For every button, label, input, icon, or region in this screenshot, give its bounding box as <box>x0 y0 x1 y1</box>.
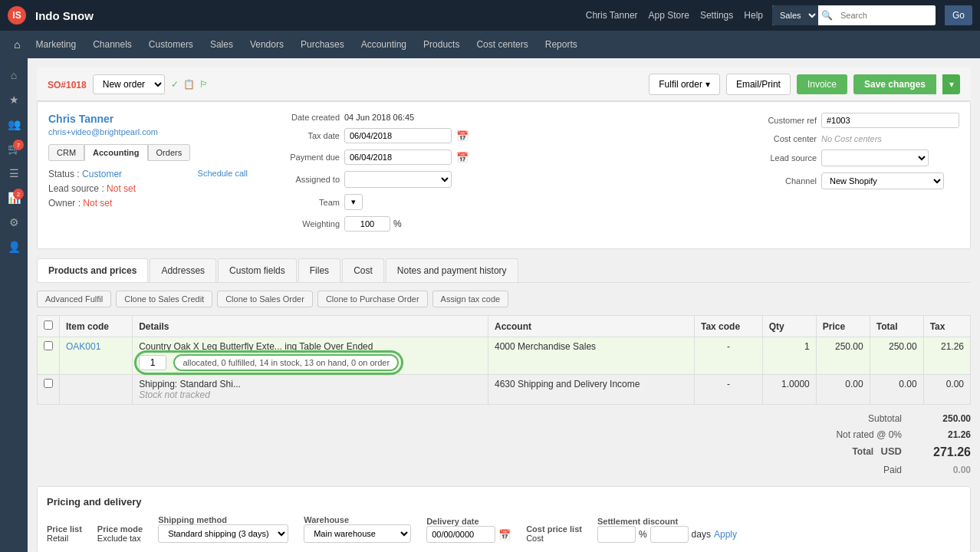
nav-purchases[interactable]: Purchases <box>293 31 352 58</box>
item-code-oak001[interactable]: OAK001 <box>66 341 100 352</box>
customer-status[interactable]: Customer <box>82 169 122 179</box>
app-store-link[interactable]: App Store <box>649 10 689 21</box>
clone-purchase-order-button[interactable]: Clone to Purchase Order <box>317 291 428 307</box>
email-print-button[interactable]: Email/Print <box>726 74 791 95</box>
row2-checkbox[interactable] <box>44 379 53 388</box>
assigned-to-select[interactable] <box>344 171 452 188</box>
clone-sales-order-button[interactable]: Clone to Sales Order <box>217 291 313 307</box>
copy-icon[interactable]: 📋 <box>183 79 195 90</box>
advanced-fulfil-button[interactable]: Advanced Fulfil <box>37 291 111 307</box>
paid-row: Paid 0.00 <box>37 462 971 478</box>
help-link[interactable]: Help <box>744 10 763 21</box>
nav-sales[interactable]: Sales <box>202 31 241 58</box>
apply-link[interactable]: Apply <box>714 529 737 540</box>
schedule-call-link[interactable]: Schedule call <box>198 167 248 181</box>
toolbar: SO#1018 New order ✓ 📋 🏳 Fulfil order ▾ E… <box>37 67 971 101</box>
select-all-checkbox[interactable] <box>44 320 53 330</box>
paid-value: 0.00 <box>917 465 971 475</box>
tab-custom-fields[interactable]: Custom fields <box>218 258 297 282</box>
status-dropdown[interactable]: New order <box>93 74 165 94</box>
cost-center-row: Cost center No Cost centers <box>740 134 959 143</box>
col-item-code: Item code <box>60 316 133 337</box>
delivery-date-input[interactable] <box>426 526 495 543</box>
save-dropdown-button[interactable]: ▾ <box>942 74 960 94</box>
tab-products-prices[interactable]: Products and prices <box>37 258 148 282</box>
row2-code <box>60 375 133 405</box>
tab-cost[interactable]: Cost <box>342 258 384 282</box>
weighting-input[interactable] <box>344 216 390 232</box>
tab-files[interactable]: Files <box>298 258 340 282</box>
flag-icon[interactable]: 🏳 <box>199 79 209 90</box>
sidebar-list[interactable]: ☰ <box>2 163 25 184</box>
tab-accounting[interactable]: Accounting <box>84 144 148 161</box>
price-list-group: Price list Retail <box>47 524 82 543</box>
tab-notes-payment[interactable]: Notes and payment history <box>386 258 518 282</box>
warehouse-group: Warehouse Main warehouse <box>304 515 411 543</box>
customer-ref-input[interactable] <box>821 113 959 128</box>
nav-cost-centers[interactable]: Cost centers <box>469 31 535 58</box>
row2-account: 4630 Shipping and Delivery Income <box>488 375 695 405</box>
tab-crm[interactable]: CRM <box>48 144 84 161</box>
check-icon: ✓ <box>171 79 179 90</box>
sidebar-home[interactable]: ⌂ <box>2 64 25 86</box>
date-created-value: 04 Jun 2018 06:45 <box>344 113 414 122</box>
search-area: Sales 🔍 <box>772 5 936 25</box>
days-label: days <box>692 529 711 540</box>
app-name: Indo Snow <box>35 9 94 22</box>
assign-tax-code-button[interactable]: Assign tax code <box>432 291 509 307</box>
sidebar-chart[interactable]: 📊2 <box>2 187 25 209</box>
row1-checkbox[interactable] <box>44 341 53 350</box>
lead-source-select[interactable] <box>821 150 929 166</box>
nav-products[interactable]: Products <box>416 31 467 58</box>
nav-customers[interactable]: Customers <box>141 31 201 58</box>
nav-marketing[interactable]: Marketing <box>28 31 84 58</box>
sidebar-star[interactable]: ★ <box>2 89 25 110</box>
payment-due-input[interactable] <box>344 150 452 165</box>
shipping-method-select[interactable]: Standard shipping (3 days) <box>158 524 288 543</box>
sidebar-cart[interactable]: 🛒7 <box>2 138 25 159</box>
row1-total: 250.00 <box>870 337 923 375</box>
total-currency: USD <box>881 445 902 457</box>
save-changes-button[interactable]: Save changes <box>853 74 936 94</box>
nav-reports[interactable]: Reports <box>538 31 585 58</box>
subtotal-row: Subtotal 250.00 <box>37 411 971 427</box>
tax-date-row: Tax date 📅 <box>263 128 725 143</box>
lead-source-label: Lead source <box>740 153 817 163</box>
nav-home[interactable]: ⌂ <box>8 38 26 51</box>
delivery-calendar-icon[interactable]: 📅 <box>498 529 511 540</box>
qty-popup-area: allocated, 0 fulfilled, 14 in stock, 13 … <box>139 355 482 370</box>
customer-ref-label: Customer ref <box>740 116 817 125</box>
customer-name[interactable]: Chris Tanner <box>48 113 248 125</box>
tab-orders[interactable]: Orders <box>148 144 191 161</box>
invoice-button[interactable]: Invoice <box>797 74 847 94</box>
clone-sales-credit-button[interactable]: Clone to Sales Credit <box>116 291 212 307</box>
settings-link[interactable]: Settings <box>700 10 733 21</box>
go-button[interactable]: Go <box>945 5 972 25</box>
payment-due-calendar-icon[interactable]: 📅 <box>456 152 469 163</box>
search-input[interactable] <box>836 5 936 25</box>
nav-channels[interactable]: Channels <box>85 31 140 58</box>
cart-badge: 7 <box>13 140 24 150</box>
tax-date-input[interactable] <box>344 128 452 143</box>
discount-amount-input[interactable] <box>597 526 636 543</box>
warehouse-select[interactable]: Main warehouse <box>304 524 411 543</box>
search-scope-dropdown[interactable]: Sales <box>772 5 818 25</box>
discount-days-input[interactable] <box>650 526 689 543</box>
sidebar-user[interactable]: 👤 <box>2 236 25 258</box>
fulfill-button[interactable]: Fulfil order ▾ <box>649 74 720 95</box>
row2-tax: 0.00 <box>923 375 970 405</box>
tax-date-calendar-icon[interactable]: 📅 <box>456 130 469 142</box>
nav-accounting[interactable]: Accounting <box>354 31 414 58</box>
tab-addresses[interactable]: Addresses <box>150 258 216 282</box>
customer-email[interactable]: chris+video@brightpearl.com <box>48 127 248 136</box>
sidebar-settings[interactable]: ⚙ <box>2 212 25 233</box>
total-row: Total USD 271.26 <box>37 443 971 462</box>
channel-row: Channel New Shopify <box>740 172 959 189</box>
channel-select[interactable]: New Shopify <box>821 172 944 189</box>
sidebar-users[interactable]: 👥 <box>2 113 25 135</box>
products-table: Item code Details Account Tax code Qty P… <box>37 315 971 405</box>
nav-vendors[interactable]: Vendors <box>242 31 291 58</box>
row1-qty-input[interactable] <box>139 355 166 370</box>
user-menu[interactable]: Chris Tanner <box>586 10 638 21</box>
team-button[interactable]: ▾ <box>344 194 363 210</box>
